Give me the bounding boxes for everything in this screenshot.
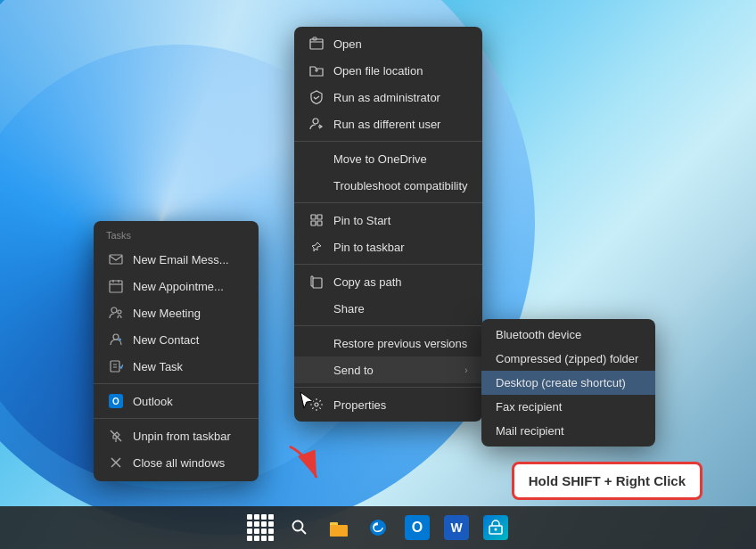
mouse-cursor [299,390,315,414]
menu-item-restore[interactable]: Restore previous versions [294,330,482,356]
menu-item-outlook[interactable]: O Outlook [94,388,259,414]
run-as-different-label: Run as different user [333,118,440,131]
outlook-taskbar-button[interactable]: O [401,512,433,544]
menu-item-move-to-onedrive[interactable]: Move to OneDrive [294,145,482,172]
run-as-admin-label: Run as administrator [333,91,440,104]
svg-rect-1 [110,281,122,292]
menu-item-open[interactable]: Open [294,30,482,57]
menu-item-bluetooth[interactable]: Bluetooth device [481,323,655,347]
menu-item-fax[interactable]: Fax recipient [481,395,655,419]
menu-item-close-all[interactable]: Close all windows [94,449,259,476]
menu-item-new-appointment[interactable]: New Appointme... [94,273,259,299]
menu-item-open-file-location[interactable]: Open file location [294,57,482,84]
mail-label: Mail recipient [496,424,564,438]
fax-label: Fax recipient [496,400,562,414]
annotation-arrow [236,438,343,500]
separator-4 [294,325,482,326]
word-button[interactable]: W [440,512,472,544]
menu-item-new-meeting[interactable]: New Meeting [94,299,259,326]
menu-item-pin-to-start[interactable]: Pin to Start [294,207,482,234]
svg-rect-34 [330,525,348,537]
shield-icon [308,89,325,105]
tasks-separator-2 [94,418,259,419]
properties-label: Properties [333,398,386,412]
outlook-taskbar-icon: O [405,515,430,540]
new-contact-label: New Contact [133,333,199,347]
svg-rect-0 [110,255,122,264]
menu-item-share[interactable]: Share [294,295,482,322]
edge-icon [368,518,388,537]
troubleshoot-icon [308,177,325,193]
pin-start-icon [308,212,325,228]
menu-item-run-as-admin[interactable]: Run as administrator [294,84,482,111]
edge-button[interactable] [362,512,394,544]
menu-item-troubleshoot[interactable]: Troubleshoot compatibility [294,172,482,199]
new-meeting-label: New Meeting [133,307,201,320]
search-button[interactable] [284,512,316,544]
menu-item-new-email[interactable]: New Email Mess... [94,246,259,273]
separator-1 [294,141,482,142]
svg-rect-24 [317,215,322,219]
new-email-label: New Email Mess... [133,253,229,266]
task-icon [108,358,124,374]
restore-label: Restore previous versions [333,337,467,350]
taskbar: O W [0,506,756,549]
menu-item-compressed[interactable]: Compressed (zipped) folder [481,347,655,371]
menu-item-copy-as-path[interactable]: Copy as path [294,268,482,295]
search-icon [291,519,308,537]
open-label: Open [333,37,362,51]
file-explorer-icon [328,518,349,537]
menu-item-send-to[interactable]: Send to › [294,356,482,383]
new-task-label: New Task [133,360,183,373]
close-all-label: Close all windows [133,456,225,470]
pin-to-taskbar-label: Pin to taskbar [333,241,405,254]
outlook-icon: O [108,393,124,409]
shift-annotation-text: Hold SHIFT + Right Click [529,473,686,488]
calendar-icon [108,278,124,294]
store-button[interactable] [480,512,512,544]
start-button[interactable] [244,512,276,544]
shift-annotation-box: Hold SHIFT + Right Click [512,462,703,500]
menu-item-new-contact[interactable]: New Contact [94,326,259,353]
file-explorer-button[interactable] [323,512,355,544]
copy-path-icon [308,274,325,290]
store-icon [483,515,508,540]
move-to-onedrive-label: Move to OneDrive [333,152,427,166]
separator-3 [294,264,482,265]
new-appointment-label: New Appointme... [133,280,224,293]
svg-line-31 [301,529,306,534]
svg-rect-26 [317,221,322,225]
menu-item-mail[interactable]: Mail recipient [481,419,655,443]
pin-to-start-label: Pin to Start [333,214,390,227]
svg-point-7 [113,334,119,340]
tasks-header: Tasks [94,226,259,246]
email-icon [108,251,124,267]
send-to-arrow: › [464,365,467,375]
menu-item-new-task[interactable]: New Task [94,353,259,380]
svg-rect-27 [313,278,322,288]
compressed-label: Compressed (zipped) folder [496,352,638,365]
svg-point-21 [313,119,318,124]
user-run-icon [308,116,325,132]
separator-2 [294,202,482,203]
send-to-label: Send to [333,364,374,377]
shift-annotation: Hold SHIFT + Right Click [512,462,703,500]
close-windows-icon [108,455,124,471]
main-context-menu: Open Open file location Run as administr… [294,27,482,422]
svg-point-6 [118,310,121,314]
restore-icon [308,335,325,351]
menu-item-desktop-shortcut[interactable]: Desktop (create shortcut) [481,371,655,395]
menu-item-properties[interactable]: Properties [294,391,482,418]
menu-item-unpin[interactable]: Unpin from taskbar [94,422,259,449]
svg-rect-17 [310,39,323,49]
meeting-icon [108,305,124,321]
svg-point-37 [495,529,497,531]
unpin-label: Unpin from taskbar [133,430,231,443]
svg-point-5 [111,307,117,313]
svg-point-35 [370,520,386,536]
start-icon [247,514,274,541]
separator-5 [294,387,482,388]
menu-item-pin-to-taskbar[interactable]: Pin to taskbar [294,234,482,260]
copy-as-path-label: Copy as path [333,275,402,289]
menu-item-run-as-different[interactable]: Run as different user [294,111,482,137]
